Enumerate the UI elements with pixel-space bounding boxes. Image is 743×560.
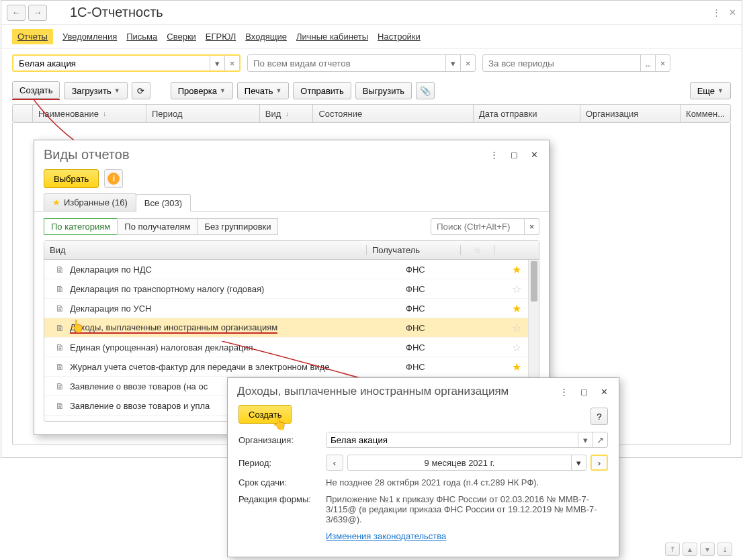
col-period[interactable]: Период <box>146 105 260 122</box>
footer-up-full[interactable]: ⤒ <box>665 543 680 556</box>
org-value-input[interactable] <box>326 432 578 447</box>
row-recv: ФНС <box>406 342 500 353</box>
info-button[interactable]: i <box>104 169 123 188</box>
org-open[interactable]: ↗ <box>593 432 607 447</box>
document-icon: 🗎 <box>50 304 70 314</box>
check-button[interactable]: Проверка▼ <box>171 82 233 99</box>
dlg2-maximize-icon[interactable]: ◻ <box>578 387 589 397</box>
deadline-value: Не позднее 28 октября 2021 года (п.4 ст.… <box>326 477 608 487</box>
row-vid: Декларация по транспортному налогу (годо… <box>70 284 406 294</box>
close-icon[interactable]: ✕ <box>729 7 736 17</box>
print-button[interactable]: Печать▼ <box>237 82 290 99</box>
row-vid: Декларация по НДС <box>70 265 406 275</box>
footer-down[interactable]: ▼ <box>700 543 715 556</box>
row-recv: ФНС <box>406 304 500 314</box>
nav-forward-button[interactable]: → <box>28 5 47 21</box>
menu-notifications[interactable]: Уведомления <box>62 32 117 42</box>
select-button[interactable]: Выбрать <box>44 169 99 188</box>
period-input[interactable] <box>483 56 640 71</box>
document-icon: 🗎 <box>50 265 70 275</box>
load-button[interactable]: Загрузить▼ <box>64 82 127 99</box>
report-type-dropdown[interactable]: ▾ <box>445 55 460 71</box>
more-button[interactable]: Еще▼ <box>690 82 731 99</box>
row-vid: Доходы, выплаченные иностранным организа… <box>70 322 406 334</box>
org-dropdown[interactable]: ▾ <box>578 432 593 447</box>
row-recv: ФНС <box>406 362 500 372</box>
filter-row: ▾ × ▾ × ... × <box>1 49 742 77</box>
report-type-filter: ▾ × <box>247 54 476 72</box>
titlebar: ← → 1С-Отчетность ⋮ ✕ <box>1 1 742 25</box>
col-vid[interactable]: Вид↓ <box>260 105 314 122</box>
period-value: 9 месяцев 2021 г. <box>348 458 571 468</box>
menu-incoming[interactable]: Входящие <box>245 32 287 42</box>
menu-egrul[interactable]: ЕГРЮЛ <box>206 32 236 42</box>
report-params-dialog: Доходы, выплаченные иностранным организа… <box>227 377 619 557</box>
period-prev[interactable]: ‹ <box>326 455 343 471</box>
table-row[interactable]: 🗎Журнал учета счетов-фактур для передачи… <box>44 357 539 377</box>
search-input[interactable] <box>431 218 525 235</box>
dlg2-kebab-icon[interactable]: ⋮ <box>558 387 569 397</box>
table-row[interactable]: 🗎Единая (упрощенная) налоговая деклараци… <box>44 338 539 357</box>
ftab-categories[interactable]: По категориям <box>44 218 118 235</box>
row-recv: ФНС <box>406 265 500 275</box>
period-next[interactable]: › <box>591 455 608 471</box>
create-report-button[interactable]: Создать <box>238 405 292 424</box>
col-comment[interactable]: Коммен... <box>681 105 730 122</box>
row-vid: Декларация по УСН <box>70 304 406 314</box>
org-filter-clear[interactable]: × <box>224 55 239 71</box>
star-icon: ★ <box>52 197 60 207</box>
table-row[interactable]: 🗎Декларация по НДСФНС★ <box>44 260 539 279</box>
period-picker[interactable]: ... <box>640 55 655 71</box>
kebab-icon[interactable]: ⋮ <box>712 7 721 17</box>
nav-back-button[interactable]: ← <box>7 5 26 21</box>
table-row[interactable]: 🗎Декларация по транспортному налогу (год… <box>44 279 539 299</box>
menu-settings[interactable]: Настройки <box>378 32 421 42</box>
table-row[interactable]: 🗎Доходы, выплаченные иностранным организ… <box>44 318 539 338</box>
help-button[interactable]: ? <box>591 408 608 425</box>
footer-down-full[interactable]: ⤓ <box>717 543 732 556</box>
dlg1-title: Виды отчетов <box>44 147 130 162</box>
dlg2-title: Доходы, выплаченные иностранным организа… <box>237 385 509 398</box>
lh-star[interactable]: ☆ <box>461 245 494 255</box>
document-icon: 🗎 <box>50 284 70 294</box>
menu-letters[interactable]: Письма <box>126 32 157 42</box>
search-clear[interactable]: × <box>525 218 539 235</box>
send-button[interactable]: Отправить <box>293 82 351 99</box>
report-type-clear[interactable]: × <box>460 55 475 71</box>
lh-vid[interactable]: Вид <box>44 245 367 255</box>
dlg1-maximize-icon[interactable]: ◻ <box>509 150 519 160</box>
col-org[interactable]: Организация <box>580 105 681 122</box>
ftab-recipients[interactable]: По получателям <box>117 218 198 235</box>
period-dropdown[interactable]: ▾ <box>571 455 586 470</box>
document-icon: 🗎 <box>50 342 70 353</box>
deadline-label: Срок сдачи: <box>238 477 326 487</box>
footer-up[interactable]: ▲ <box>683 543 697 556</box>
dlg1-close-icon[interactable]: ✕ <box>529 150 539 160</box>
report-type-input[interactable] <box>248 56 445 71</box>
lh-recv[interactable]: Получатель <box>367 245 461 255</box>
dlg2-close-icon[interactable]: ✕ <box>599 387 609 397</box>
edition-value: Приложение №1 к приказу ФНС России от 02… <box>326 494 608 524</box>
tab-all[interactable]: Все (303) <box>136 194 191 212</box>
toolbar: Создать Загрузить▼ ⟳ Проверка▼ Печать▼ О… <box>1 77 742 104</box>
col-state[interactable]: Состояние <box>313 105 474 122</box>
legislation-link[interactable]: Изменения законодательства <box>326 531 446 541</box>
create-button[interactable]: Создать <box>12 81 60 99</box>
org-filter-input[interactable] <box>13 56 210 71</box>
export-button[interactable]: Выгрузить <box>355 82 412 99</box>
menubar: Отчеты Уведомления Письма Сверки ЕГРЮЛ В… <box>1 25 742 49</box>
period-clear[interactable]: × <box>655 55 670 71</box>
org-filter-dropdown[interactable]: ▾ <box>210 55 224 71</box>
document-icon: 🗎 <box>50 323 70 333</box>
menu-reports[interactable]: Отчеты <box>12 29 53 44</box>
menu-reconciliations[interactable]: Сверки <box>167 32 196 42</box>
refresh-button[interactable]: ⟳ <box>132 82 150 99</box>
tab-favorites[interactable]: ★Избранные (16) <box>44 193 136 211</box>
col-name[interactable]: Наименование↓ <box>33 105 146 122</box>
table-row[interactable]: 🗎Декларация по УСНФНС★ <box>44 299 539 318</box>
dlg1-kebab-icon[interactable]: ⋮ <box>488 150 499 160</box>
attach-button[interactable]: 📎 <box>416 82 435 99</box>
col-sent[interactable]: Дата отправки <box>474 105 580 122</box>
ftab-none[interactable]: Без группировки <box>197 218 278 235</box>
menu-cabinets[interactable]: Личные кабинеты <box>296 32 368 42</box>
